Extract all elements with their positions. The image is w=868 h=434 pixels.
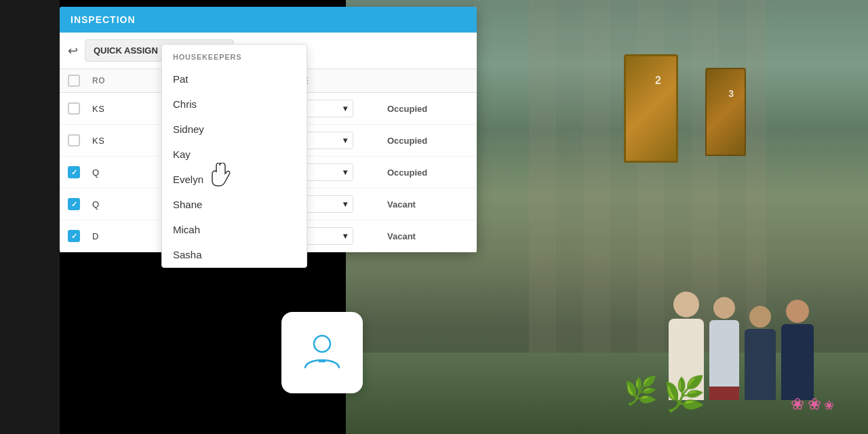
user-profile-icon bbox=[298, 329, 346, 376]
room-column-header: RO bbox=[92, 76, 105, 85]
housekeeper-name-shane: Shane bbox=[173, 199, 202, 210]
room-code-2: KS bbox=[92, 136, 104, 146]
housekeeper-item-kay[interactable]: Kay bbox=[162, 142, 307, 167]
person-3 bbox=[745, 306, 776, 400]
room-code-5: D bbox=[92, 231, 99, 241]
housekeeper-item-chris[interactable]: Chris bbox=[162, 92, 307, 117]
occupancy-2: Occupied bbox=[387, 136, 427, 146]
housekeeper-item-sasha[interactable]: Sasha bbox=[162, 242, 307, 267]
select-all-checkbox[interactable] bbox=[68, 75, 80, 87]
housekeeper-name-sasha: Sasha bbox=[173, 249, 202, 260]
dropdown-chevron-3: ▾ bbox=[343, 167, 348, 177]
housekeeper-name-evelyn: Evelyn bbox=[173, 174, 203, 185]
building-door-2 bbox=[705, 68, 746, 156]
housekeeper-item-sidney[interactable]: Sidney bbox=[162, 117, 307, 142]
housekeeper-name-micah: Micah bbox=[173, 224, 200, 235]
occupancy-1: Occupied bbox=[387, 104, 427, 114]
dropdown-chevron-1: ▾ bbox=[343, 104, 348, 113]
housekeeper-item-pat[interactable]: Pat bbox=[162, 66, 307, 92]
panel-title: INSPECTION bbox=[71, 14, 136, 25]
svg-point-0 bbox=[314, 336, 330, 352]
flowers: ❀ ❀ ❀ bbox=[791, 395, 834, 414]
housekeeper-name-pat: Pat bbox=[173, 73, 189, 85]
row-checkbox-4[interactable] bbox=[68, 198, 80, 210]
row-checkbox-1[interactable] bbox=[68, 102, 80, 115]
housekeepers-dropdown: HOUSEKEEPERS Pat Chris Sidney Kay Evelyn… bbox=[161, 44, 307, 268]
panel-header: INSPECTION bbox=[60, 7, 477, 33]
person-4 bbox=[781, 300, 814, 400]
dropdown-chevron-2: ▾ bbox=[343, 136, 348, 145]
door-number-2: 2 bbox=[655, 75, 661, 87]
dropdown-chevron-5: ▾ bbox=[343, 231, 348, 241]
left-sidebar bbox=[0, 0, 60, 434]
quick-assign-label: QUICK ASSIGN bbox=[94, 45, 158, 56]
occupancy-3: Occupied bbox=[387, 167, 427, 178]
row-checkbox-5[interactable] bbox=[68, 230, 80, 242]
housekeeper-name-chris: Chris bbox=[173, 98, 197, 110]
back-button[interactable]: ↩ bbox=[68, 43, 78, 58]
housekeepers-section-header: HOUSEKEEPERS bbox=[162, 45, 307, 66]
occupancy-5: Vacant bbox=[387, 231, 416, 241]
housekeeper-item-shane[interactable]: Shane bbox=[162, 192, 307, 217]
room-code-3: Q bbox=[92, 167, 100, 178]
person-2 bbox=[709, 297, 739, 400]
housekeeper-item-micah[interactable]: Micah bbox=[162, 217, 307, 242]
room-code-4: Q bbox=[92, 199, 100, 210]
inspection-panel: INSPECTION ↩ QUICK ASSIGN ▾ RO STATUS bbox=[60, 7, 477, 252]
building-door-1 bbox=[624, 54, 678, 163]
housekeeper-item-evelyn[interactable]: Evelyn bbox=[162, 167, 307, 192]
room-code-1: KS bbox=[92, 104, 104, 114]
housekeeper-name-kay: Kay bbox=[173, 149, 191, 160]
dropdown-chevron-4: ▾ bbox=[343, 199, 348, 209]
housekeeper-name-sidney: Sidney bbox=[173, 123, 204, 135]
user-icon-card bbox=[281, 312, 363, 393]
row-checkbox-2[interactable] bbox=[68, 134, 80, 146]
occupancy-4: Vacant bbox=[387, 199, 416, 210]
door-number-3: 3 bbox=[728, 88, 734, 99]
row-checkbox-3[interactable] bbox=[68, 166, 80, 178]
